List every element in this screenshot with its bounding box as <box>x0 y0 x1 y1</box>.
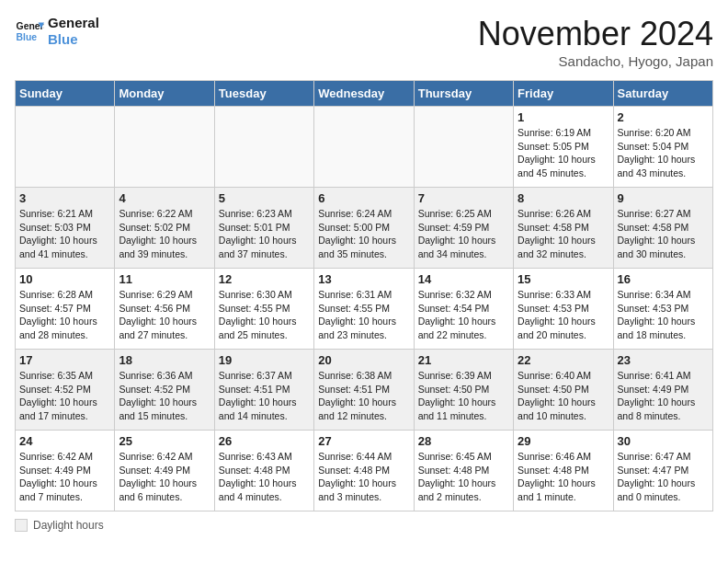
day-info: Sunrise: 6:39 AMSunset: 4:50 PMDaylight:… <box>418 369 509 423</box>
day-number: 26 <box>219 434 310 448</box>
footer-note: Daylight hours <box>15 519 713 532</box>
table-cell <box>414 107 513 188</box>
day-info: Sunrise: 6:44 AMSunset: 4:48 PMDaylight:… <box>318 450 409 504</box>
day-info: Sunrise: 6:31 AMSunset: 4:55 PMDaylight:… <box>318 288 409 342</box>
table-cell: 4Sunrise: 6:22 AMSunset: 5:02 PMDaylight… <box>115 188 214 269</box>
day-info: Sunrise: 6:20 AMSunset: 5:04 PMDaylight:… <box>618 126 709 180</box>
day-number: 1 <box>518 110 609 124</box>
table-cell: 11Sunrise: 6:29 AMSunset: 4:56 PMDayligh… <box>115 269 214 350</box>
table-cell: 20Sunrise: 6:38 AMSunset: 4:51 PMDayligh… <box>314 350 414 431</box>
day-info: Sunrise: 6:26 AMSunset: 4:58 PMDaylight:… <box>518 207 609 261</box>
day-info: Sunrise: 6:28 AMSunset: 4:57 PMDaylight:… <box>19 288 110 342</box>
day-number: 24 <box>19 434 110 448</box>
table-cell: 18Sunrise: 6:36 AMSunset: 4:52 PMDayligh… <box>115 350 214 431</box>
day-number: 4 <box>119 191 210 205</box>
header-tuesday: Tuesday <box>214 81 313 107</box>
day-number: 23 <box>618 353 709 367</box>
day-number: 3 <box>19 191 110 205</box>
day-number: 14 <box>418 272 509 286</box>
table-cell: 29Sunrise: 6:46 AMSunset: 4:48 PMDayligh… <box>514 431 613 511</box>
table-cell: 30Sunrise: 6:47 AMSunset: 4:47 PMDayligh… <box>613 431 712 511</box>
day-number: 2 <box>618 110 709 124</box>
day-info: Sunrise: 6:45 AMSunset: 4:48 PMDaylight:… <box>418 450 509 504</box>
day-number: 13 <box>318 272 409 286</box>
day-info: Sunrise: 6:42 AMSunset: 4:49 PMDaylight:… <box>119 450 210 504</box>
svg-text:Blue: Blue <box>17 32 38 42</box>
day-number: 8 <box>518 191 609 205</box>
week-row-5: 24Sunrise: 6:42 AMSunset: 4:49 PMDayligh… <box>16 431 713 511</box>
week-row-1: 1Sunrise: 6:19 AMSunset: 5:05 PMDaylight… <box>16 107 713 188</box>
day-info: Sunrise: 6:34 AMSunset: 4:53 PMDaylight:… <box>618 288 709 342</box>
day-number: 21 <box>418 353 509 367</box>
day-info: Sunrise: 6:35 AMSunset: 4:52 PMDaylight:… <box>19 369 110 423</box>
table-cell: 28Sunrise: 6:45 AMSunset: 4:48 PMDayligh… <box>414 431 513 511</box>
day-info: Sunrise: 6:30 AMSunset: 4:55 PMDaylight:… <box>219 288 310 342</box>
table-cell: 25Sunrise: 6:42 AMSunset: 4:49 PMDayligh… <box>115 431 214 511</box>
table-cell: 7Sunrise: 6:25 AMSunset: 4:59 PMDaylight… <box>414 188 513 269</box>
day-number: 7 <box>418 191 509 205</box>
day-info: Sunrise: 6:33 AMSunset: 4:53 PMDaylight:… <box>518 288 609 342</box>
table-cell: 24Sunrise: 6:42 AMSunset: 4:49 PMDayligh… <box>16 431 115 511</box>
location: Sandacho, Hyogo, Japan <box>478 53 713 69</box>
table-cell: 9Sunrise: 6:27 AMSunset: 4:58 PMDaylight… <box>613 188 712 269</box>
footer-label: Daylight hours <box>33 519 104 532</box>
day-number: 30 <box>618 434 709 448</box>
table-cell <box>16 107 115 188</box>
table-cell: 27Sunrise: 6:44 AMSunset: 4:48 PMDayligh… <box>314 431 414 511</box>
day-number: 17 <box>19 353 110 367</box>
day-info: Sunrise: 6:47 AMSunset: 4:47 PMDaylight:… <box>618 450 709 504</box>
table-cell: 23Sunrise: 6:41 AMSunset: 4:49 PMDayligh… <box>613 350 712 431</box>
header-monday: Monday <box>115 81 214 107</box>
day-number: 9 <box>618 191 709 205</box>
table-cell: 13Sunrise: 6:31 AMSunset: 4:55 PMDayligh… <box>314 269 414 350</box>
table-cell: 3Sunrise: 6:21 AMSunset: 5:03 PMDaylight… <box>16 188 115 269</box>
header-sunday: Sunday <box>16 81 115 107</box>
day-info: Sunrise: 6:19 AMSunset: 5:05 PMDaylight:… <box>518 126 609 180</box>
day-info: Sunrise: 6:38 AMSunset: 4:51 PMDaylight:… <box>318 369 409 423</box>
logo-line2: Blue <box>48 31 99 48</box>
logo: General Blue General Blue <box>15 15 99 48</box>
day-number: 12 <box>219 272 310 286</box>
footer-dot <box>15 519 28 532</box>
day-number: 15 <box>518 272 609 286</box>
table-cell: 22Sunrise: 6:40 AMSunset: 4:50 PMDayligh… <box>514 350 613 431</box>
month-title: November 2024 <box>478 15 713 53</box>
day-number: 22 <box>518 353 609 367</box>
week-row-2: 3Sunrise: 6:21 AMSunset: 5:03 PMDaylight… <box>16 188 713 269</box>
table-cell: 21Sunrise: 6:39 AMSunset: 4:50 PMDayligh… <box>414 350 513 431</box>
header-friday: Friday <box>514 81 613 107</box>
table-cell: 2Sunrise: 6:20 AMSunset: 5:04 PMDaylight… <box>613 107 712 188</box>
day-info: Sunrise: 6:29 AMSunset: 4:56 PMDaylight:… <box>119 288 210 342</box>
table-cell: 14Sunrise: 6:32 AMSunset: 4:54 PMDayligh… <box>414 269 513 350</box>
day-info: Sunrise: 6:21 AMSunset: 5:03 PMDaylight:… <box>19 207 110 261</box>
table-cell: 5Sunrise: 6:23 AMSunset: 5:01 PMDaylight… <box>214 188 313 269</box>
title-area: November 2024 Sandacho, Hyogo, Japan <box>478 15 713 69</box>
day-number: 16 <box>618 272 709 286</box>
day-number: 27 <box>318 434 409 448</box>
header: General Blue General Blue November 2024 … <box>15 15 713 69</box>
day-info: Sunrise: 6:36 AMSunset: 4:52 PMDaylight:… <box>119 369 210 423</box>
header-wednesday: Wednesday <box>314 81 414 107</box>
table-cell <box>115 107 214 188</box>
day-number: 25 <box>119 434 210 448</box>
header-thursday: Thursday <box>414 81 513 107</box>
day-number: 11 <box>119 272 210 286</box>
day-number: 19 <box>219 353 310 367</box>
table-cell <box>314 107 414 188</box>
day-info: Sunrise: 6:43 AMSunset: 4:48 PMDaylight:… <box>219 450 310 504</box>
table-cell: 1Sunrise: 6:19 AMSunset: 5:05 PMDaylight… <box>514 107 613 188</box>
day-info: Sunrise: 6:41 AMSunset: 4:49 PMDaylight:… <box>618 369 709 423</box>
table-cell: 17Sunrise: 6:35 AMSunset: 4:52 PMDayligh… <box>16 350 115 431</box>
table-cell: 6Sunrise: 6:24 AMSunset: 5:00 PMDaylight… <box>314 188 414 269</box>
day-number: 6 <box>318 191 409 205</box>
table-cell: 15Sunrise: 6:33 AMSunset: 4:53 PMDayligh… <box>514 269 613 350</box>
day-info: Sunrise: 6:32 AMSunset: 4:54 PMDaylight:… <box>418 288 509 342</box>
day-info: Sunrise: 6:42 AMSunset: 4:49 PMDaylight:… <box>19 450 110 504</box>
day-number: 28 <box>418 434 509 448</box>
day-number: 18 <box>119 353 210 367</box>
table-cell: 19Sunrise: 6:37 AMSunset: 4:51 PMDayligh… <box>214 350 313 431</box>
calendar-header-row: SundayMondayTuesdayWednesdayThursdayFrid… <box>16 81 713 107</box>
day-info: Sunrise: 6:46 AMSunset: 4:48 PMDaylight:… <box>518 450 609 504</box>
day-number: 20 <box>318 353 409 367</box>
logo-icon: General Blue <box>15 17 44 46</box>
